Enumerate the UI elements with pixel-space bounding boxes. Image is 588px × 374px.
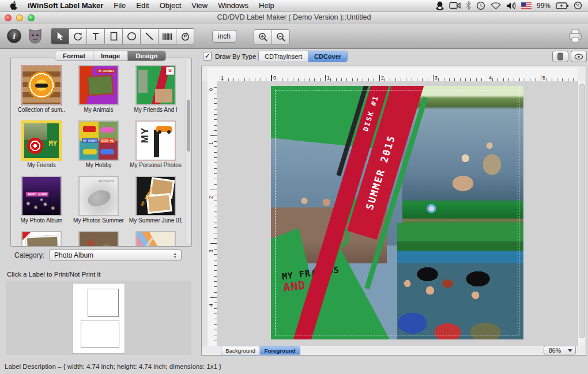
rotate-tool[interactable] (69, 29, 87, 44)
menu-file[interactable]: File (108, 0, 131, 12)
design-thumbnail-my-animals[interactable]: MY ANIMALS (78, 65, 119, 105)
thumb-art-text: PHOTO ALBUM (26, 192, 48, 197)
design-item[interactable]: PHOTO ALBUM My Photo Album (13, 176, 70, 224)
wifi-icon[interactable] (491, 2, 501, 9)
line-tool[interactable] (141, 29, 159, 44)
clock-icon[interactable] (574, 1, 582, 10)
design-thumbnail-my-personal-photos[interactable]: MY (135, 120, 176, 161)
thumb-art-text: MY (49, 139, 57, 148)
design-item[interactable]: MY HOBBY DISK #1 My Hobby (70, 120, 127, 168)
battery-percent: 99% (537, 2, 551, 10)
info-button[interactable]: i (7, 29, 21, 43)
rectangle-tool[interactable] (105, 29, 123, 44)
design-item[interactable]: ✕ My Friends And I (127, 65, 184, 113)
window-title: CD/DVD Label Maker ( Demo Version )::Unt… (0, 13, 588, 21)
ruler-corner (208, 67, 217, 82)
ruler-number: 4 (208, 304, 214, 307)
design-browser-panel: Collection of sum.. MY ANIMALS My Animal… (10, 58, 192, 247)
video-camera-icon[interactable] (449, 2, 461, 9)
print-label-slot-1[interactable] (88, 289, 119, 317)
design-item[interactable]: MY PHOTOS My Photos Summer (70, 176, 127, 224)
segment-foreground[interactable]: Foreground (260, 346, 300, 355)
design-item[interactable]: Summer (127, 231, 184, 247)
apple-menu[interactable] (5, 1, 22, 10)
design-item[interactable]: MY ANIMALS My Animals (70, 65, 127, 113)
menu-windows[interactable]: Windows (213, 0, 254, 12)
unit-button[interactable]: inch (212, 30, 236, 43)
label-type-segmented: CDTrayInsert CDCover (258, 51, 348, 62)
volume-icon[interactable] (506, 2, 516, 10)
design-item[interactable] (70, 231, 127, 247)
ellipse-tool[interactable] (123, 29, 141, 44)
preview-eye-button[interactable] (571, 51, 587, 62)
mask-button[interactable] (28, 28, 43, 44)
tab-format[interactable]: Format (55, 51, 93, 61)
print-hint-text: Click a Label to Print/Not Print it (7, 271, 100, 278)
text-tool[interactable] (87, 29, 105, 44)
segment-cdcover[interactable]: CDCover (308, 51, 347, 62)
category-label: Category: (14, 251, 44, 259)
design-thumbnail[interactable] (21, 231, 62, 247)
segment-background[interactable]: Background (221, 346, 260, 355)
tab-image[interactable]: Image (93, 51, 128, 61)
ruler-number: 5 (542, 75, 545, 81)
design-thumbnail-my-friends-and-i[interactable]: ✕ (135, 65, 176, 105)
zoom-level-select[interactable]: 86% (544, 346, 576, 354)
design-thumbnail-collection-of-summer[interactable] (21, 65, 62, 105)
ruler-number: 3 (208, 250, 214, 252)
draw-by-type-row: ✓ Draw By Type (203, 52, 256, 61)
menu-view[interactable]: View (186, 0, 213, 12)
design-thumbnail-my-friends[interactable]: MY (21, 120, 62, 161)
design-thumbnail[interactable] (78, 231, 119, 247)
cd-cover-artwork[interactable]: MY FRIENDS ANDI DISK #1 SUMMER 2015 (271, 86, 523, 339)
ruler-number: 2 (381, 75, 384, 81)
segment-cdtrayinsert[interactable]: CDTrayInsert (259, 51, 308, 62)
tray-view-button[interactable] (552, 51, 568, 62)
design-item[interactable]: MY My Friends (13, 120, 70, 168)
barcode-tool[interactable] (159, 29, 176, 44)
window-title-bar[interactable]: CD/DVD Label Maker ( Demo Version )::Unt… (0, 12, 588, 25)
apple-icon (10, 1, 17, 10)
menu-help[interactable]: Help (254, 0, 280, 12)
tab-design[interactable]: Design (128, 51, 165, 61)
design-item[interactable]: Collection of sum.. (13, 65, 70, 113)
battery-icon[interactable] (556, 2, 568, 9)
design-thumbnail-my-photo-album[interactable]: PHOTO ALBUM (21, 176, 62, 216)
zoom-in-button[interactable] (254, 30, 272, 44)
category-select[interactable]: Photo Album ▲▼ (49, 250, 182, 261)
design-label: Collection of sum.. (13, 107, 70, 113)
design-panel-scrollbar[interactable] (186, 59, 191, 243)
design-thumbnail-my-hobby[interactable]: MY HOBBY DISK #1 (78, 120, 119, 161)
ruler-number: 1 (208, 142, 214, 145)
print-button[interactable] (567, 28, 583, 44)
design-thumbnail[interactable]: Summer (135, 231, 176, 247)
remove-design-icon[interactable]: ✕ (166, 67, 174, 75)
design-thumbnail-my-summer-june-01[interactable]: MY SUMMER (135, 176, 176, 216)
canvas-vertical-scrollbar[interactable] (577, 81, 585, 346)
menu-object[interactable]: Object (154, 0, 187, 12)
draw-by-type-checkbox[interactable]: ✓ (203, 52, 212, 61)
design-item[interactable] (13, 231, 70, 247)
menu-edit[interactable]: Edit (131, 0, 154, 12)
qq-penguin-icon[interactable] (436, 1, 444, 10)
design-label: My Photo Album (13, 217, 70, 224)
print-label-slot-2[interactable] (81, 320, 119, 348)
design-item[interactable]: MY SUMMER My Summer June 01 (127, 176, 184, 224)
canvas-viewport[interactable]: MY FRIENDS ANDI DISK #1 SUMMER 2015 (217, 81, 578, 346)
time-machine-icon[interactable] (476, 1, 485, 10)
menu-app-name[interactable]: iWinSoft Label Maker (22, 0, 108, 12)
ruler-number: 4 (489, 75, 492, 81)
bluetooth-icon[interactable] (466, 1, 471, 10)
select-arrow-tool[interactable] (51, 29, 69, 44)
us-flag-icon[interactable] (521, 2, 532, 9)
category-row: Category: Photo Album ▲▼ (14, 250, 182, 261)
print-page[interactable] (72, 283, 125, 354)
design-item[interactable]: MY My Personal Photos (127, 120, 184, 168)
free-rotate-tool[interactable] (176, 29, 194, 44)
zoom-out-button[interactable] (272, 30, 289, 44)
tool-group (51, 28, 194, 44)
zoom-level-value: 86% (549, 347, 561, 354)
thumb-art-text: DISK #1 (100, 138, 115, 143)
design-thumbnail-my-photos-summer[interactable]: MY PHOTOS (78, 176, 119, 216)
ruler-number: 0 (208, 88, 214, 91)
